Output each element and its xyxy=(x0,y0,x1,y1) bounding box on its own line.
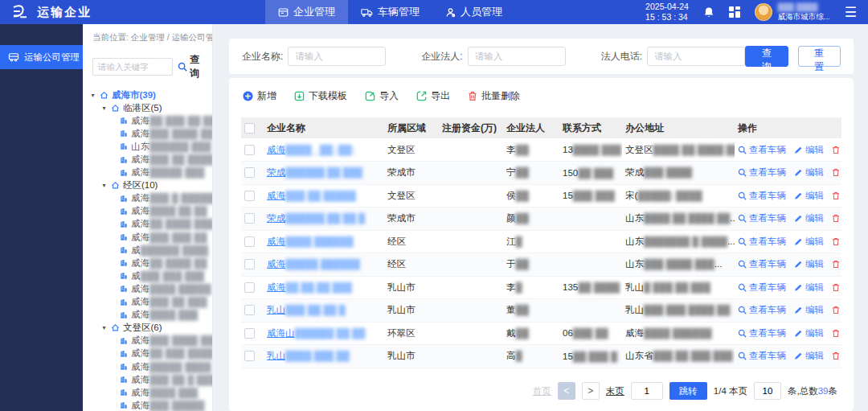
tree-node-district[interactable]: ▾经区(10) xyxy=(83,179,212,192)
view-vehicles-link[interactable]: 查看车辆 xyxy=(738,190,786,202)
edit-link[interactable]: 编辑 xyxy=(794,350,824,362)
tree-node-company[interactable]: 威海███ ██ ███ xyxy=(83,296,212,309)
tree-node-city[interactable]: ▾威海市(39) xyxy=(83,88,212,101)
row-checkbox[interactable] xyxy=(244,145,255,155)
row-checkbox[interactable] xyxy=(244,259,255,269)
row-checkbox[interactable] xyxy=(244,351,255,361)
legal-person-input[interactable] xyxy=(468,47,566,66)
tree-node-company[interactable]: 威海███ ████ ███ xyxy=(83,335,212,347)
tree-search-button[interactable]: 查询 xyxy=(178,53,207,80)
delete-link[interactable]: 删除 xyxy=(832,327,841,339)
tree-node-company[interactable]: 威海██ ███ ██ ██ xyxy=(83,114,212,127)
tree-node-company[interactable]: 威海█████ ████ xyxy=(83,360,212,373)
company-name-link[interactable]: 威海█████ ██████ xyxy=(267,259,360,269)
apps-grid-icon[interactable] xyxy=(729,6,740,18)
jump-button[interactable]: 跳转 xyxy=(669,382,707,400)
edit-link[interactable]: 编辑 xyxy=(794,327,824,339)
view-vehicles-link[interactable]: 查看车辆 xyxy=(738,236,786,248)
tree-node-company[interactable]: 威海██ ████ ██ xyxy=(83,257,212,269)
caret-down-icon[interactable]: ▾ xyxy=(100,105,108,112)
view-vehicles-link[interactable]: 查看车辆 xyxy=(738,304,786,316)
edit-link[interactable]: 编辑 xyxy=(794,212,824,224)
row-checkbox[interactable] xyxy=(244,282,255,293)
row-checkbox[interactable] xyxy=(244,167,255,178)
tree-node-company[interactable]: 威海███ █ ██████ xyxy=(83,192,212,205)
prev-page-button[interactable]: < xyxy=(558,382,575,400)
tree-node-company[interactable]: 威海███ █████ xyxy=(83,399,212,411)
company-name-input[interactable] xyxy=(288,47,386,66)
company-name-link[interactable]: 乳山███ ██ ██ █ xyxy=(267,305,346,314)
delete-link[interactable]: 删除 xyxy=(832,282,841,294)
company-name-link[interactable]: 荣成██████ ██ ███ xyxy=(267,167,362,177)
company-name-link[interactable]: 威海████ · ██ (██) xyxy=(267,145,354,154)
view-vehicles-link[interactable]: 查看车辆 xyxy=(738,144,786,156)
batch-delete-button[interactable]: 批量删除 xyxy=(468,89,520,103)
tree-node-company[interactable]: 威海████ █████ xyxy=(83,282,212,295)
view-vehicles-link[interactable]: 查看车辆 xyxy=(738,327,786,339)
edit-link[interactable]: 编辑 xyxy=(794,236,824,248)
tree-node-company[interactable]: 威海█████ ███ xyxy=(83,166,212,179)
tree-node-company[interactable]: 威海████ ██ ██ xyxy=(83,205,212,218)
delete-link[interactable]: 删除 xyxy=(832,258,841,270)
delete-link[interactable]: 删除 xyxy=(832,304,841,316)
edit-link[interactable]: 编辑 xyxy=(794,190,824,202)
caret-down-icon[interactable]: ▾ xyxy=(100,182,108,189)
page-size-input[interactable] xyxy=(754,382,781,400)
view-vehicles-link[interactable]: 查看车辆 xyxy=(738,166,786,179)
download-template-button[interactable]: 下载模板 xyxy=(294,89,347,103)
company-name-link[interactable]: 威海██ ██ ██ ███ xyxy=(267,282,352,292)
row-checkbox[interactable] xyxy=(244,236,255,247)
page-number-input[interactable] xyxy=(631,382,663,400)
export-button[interactable]: 导出 xyxy=(416,89,450,103)
tree-node-company[interactable]: 威海██ ████ ███ xyxy=(83,218,212,231)
add-button[interactable]: 新增 xyxy=(243,89,276,103)
view-vehicles-link[interactable]: 查看车辆 xyxy=(738,212,786,224)
tree-node-company[interactable]: 山东██████ ███ xyxy=(83,140,212,153)
delete-link[interactable]: 删除 xyxy=(832,144,841,156)
tree-node-company[interactable]: 威███ ███ ███ xyxy=(83,269,212,282)
select-all-checkbox[interactable] xyxy=(244,123,255,134)
row-checkbox[interactable] xyxy=(244,328,255,339)
caret-down-icon[interactable]: ▾ xyxy=(89,92,96,99)
tree-node-company[interactable]: 威海██ ███ ████ xyxy=(83,347,212,360)
tree-node-company[interactable]: 威海███ ████ ██ xyxy=(83,127,212,140)
caret-down-icon[interactable]: ▾ xyxy=(100,324,108,331)
row-checkbox[interactable] xyxy=(244,305,255,315)
tree-search-input[interactable] xyxy=(92,58,173,76)
tree-node-company[interactable]: 威海███ ██ ████ xyxy=(83,153,212,166)
sidebar-item-transport-company-management[interactable]: 运输公司管理 xyxy=(0,45,83,69)
import-button[interactable]: 导入 xyxy=(365,89,399,103)
edit-link[interactable]: 编辑 xyxy=(794,282,824,294)
tree-node-company[interactable]: 威海███ ███ ██ xyxy=(83,231,212,244)
user-account[interactable]: ███ ████ 威海市城市综... xyxy=(755,2,830,23)
last-page-link[interactable]: 末页 xyxy=(606,385,624,397)
tree-node-district[interactable]: ▾临港区(5) xyxy=(83,101,212,114)
delete-link[interactable]: 删除 xyxy=(832,190,841,202)
view-vehicles-link[interactable]: 查看车辆 xyxy=(738,258,786,270)
company-name-link[interactable]: 威海山██████ ██ ██ xyxy=(267,328,365,338)
view-vehicles-link[interactable]: 查看车辆 xyxy=(738,282,786,294)
tree-node-district[interactable]: ▾文登区(6) xyxy=(83,322,212,335)
delete-link[interactable]: 删除 xyxy=(832,236,841,248)
bell-icon[interactable] xyxy=(703,6,714,18)
search-button[interactable]: 查询 xyxy=(745,46,788,67)
tree-node-company[interactable]: 威海████ ███ xyxy=(83,386,212,399)
tab-personnel-management[interactable]: 人员管理 xyxy=(432,0,515,24)
delete-link[interactable]: 删除 xyxy=(832,350,841,362)
edit-link[interactable]: 编辑 xyxy=(794,258,824,270)
company-name-link[interactable]: 乳山████ ███ ██ xyxy=(267,351,350,360)
reset-button[interactable]: 重置 xyxy=(798,46,841,67)
next-page-button[interactable]: > xyxy=(582,382,600,400)
company-name-link[interactable]: 荣成██████ ██ ██ █ xyxy=(267,213,365,223)
menu-icon[interactable]: ☰ xyxy=(845,6,857,19)
first-page-link[interactable]: 首页 xyxy=(533,385,551,397)
edit-link[interactable]: 编辑 xyxy=(794,304,824,316)
tree-node-company[interactable]: 威海███ ██ █ ███ xyxy=(83,373,212,386)
delete-link[interactable]: 删除 xyxy=(832,166,841,179)
company-name-link[interactable]: 威海████ ██████ xyxy=(267,236,354,246)
edit-link[interactable]: 编辑 xyxy=(794,144,824,156)
row-checkbox[interactable] xyxy=(244,213,255,224)
delete-link[interactable]: 删除 xyxy=(832,212,841,224)
tree-node-company[interactable]: 威██████ ████ xyxy=(83,244,212,257)
tree-node-company[interactable]: 威海████ ███ xyxy=(83,309,212,322)
